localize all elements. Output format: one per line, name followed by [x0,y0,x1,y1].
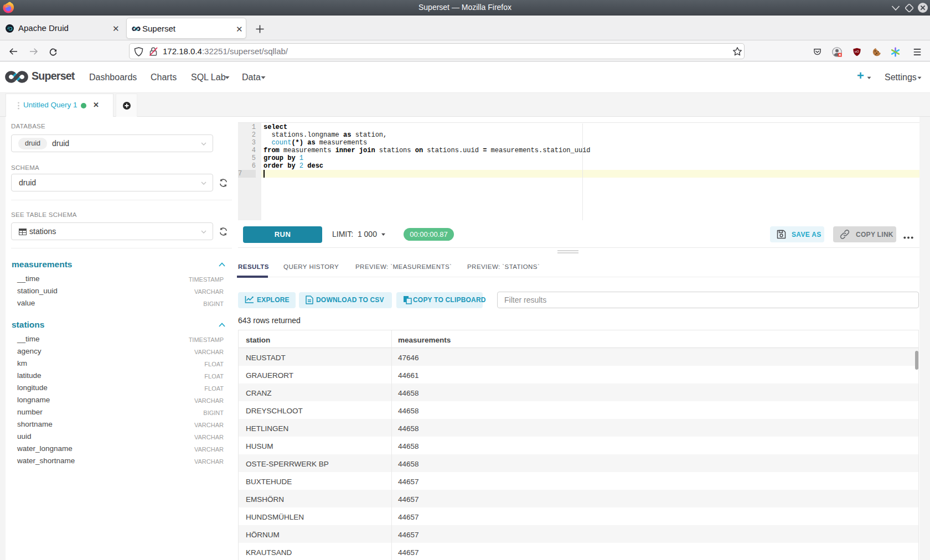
svg-text:uO: uO [855,50,859,53]
